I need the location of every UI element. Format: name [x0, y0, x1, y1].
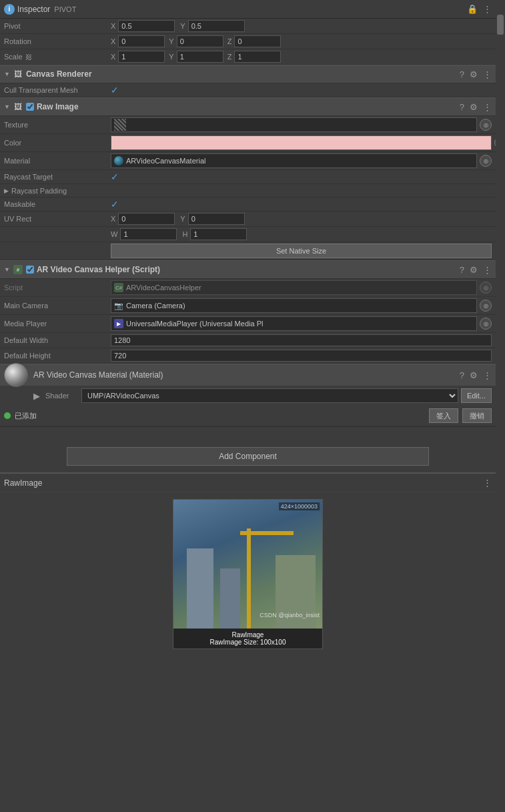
sign-in-btn[interactable]: 签入 — [429, 408, 458, 423]
watermark: CSDN @qianbo_insist — [260, 612, 320, 619]
ar-material-help[interactable]: ? — [460, 371, 464, 380]
ar-video-settings[interactable]: ⚙ — [470, 266, 478, 274]
color-swatch[interactable] — [111, 135, 492, 150]
uv-h-input[interactable] — [190, 228, 247, 240]
raw-image-actions: ? ⚙ ⋮ — [460, 103, 492, 111]
raycast-padding-triangle: ▶ — [4, 187, 9, 194]
uv-y-input[interactable] — [188, 213, 245, 225]
pivot-label: Pivot — [4, 22, 111, 30]
cull-transparent-value: ✓ — [111, 85, 492, 95]
raw-image-icon: 🖼 — [13, 101, 23, 112]
default-width-value — [111, 334, 492, 346]
scale-link-icon: ⛓ — [25, 53, 32, 61]
raycast-padding-row[interactable]: ▶ Raycast Padding — [0, 184, 496, 197]
camera-icon: 📷 — [114, 301, 123, 310]
ar-video-help[interactable]: ? — [460, 266, 464, 274]
canvas-renderer-help[interactable]: ? — [460, 70, 464, 79]
raycast-target-check: ✓ — [111, 171, 119, 182]
shader-select[interactable]: UMP/ARVideoCanvas — [81, 388, 458, 403]
rawimage-more[interactable]: ⋮ — [483, 478, 492, 487]
pivot-y-label: Y — [180, 22, 185, 30]
raw-image-settings[interactable]: ⚙ — [470, 103, 478, 111]
scrollbar-track[interactable] — [496, 0, 505, 812]
canvas-renderer-settings[interactable]: ⚙ — [470, 70, 478, 79]
rotation-row: Rotation X Y Z — [0, 34, 496, 49]
material-picker-btn[interactable]: ◎ — [480, 155, 492, 167]
ar-video-checkbox[interactable] — [26, 266, 34, 274]
inspector-tab[interactable]: PIVOT — [54, 5, 76, 13]
texture-field[interactable] — [111, 117, 477, 132]
rotation-x-input[interactable] — [118, 35, 165, 47]
raw-image-more[interactable]: ⋮ — [483, 103, 492, 111]
status-row: 已添加 签入 撤销 — [0, 406, 496, 426]
script-value: C# ARVideoCanvasHelper ◎ — [111, 280, 492, 295]
rotation-z-input[interactable] — [234, 35, 281, 47]
scrollbar-thumb[interactable] — [497, 15, 504, 35]
more-icon[interactable]: ⋮ — [483, 5, 492, 13]
scale-y-input[interactable] — [177, 51, 223, 63]
ar-material-settings[interactable]: ⚙ — [470, 371, 478, 380]
color-value: ✏ — [111, 135, 492, 150]
uv-wh-group: W H — [111, 228, 247, 240]
scale-label: Scale ⛓ — [4, 53, 111, 61]
ar-video-header[interactable]: ▼ # AR Video Canvas Helper (Script) ? ⚙ … — [0, 260, 496, 279]
pivot-xy-group: X Y — [111, 20, 245, 32]
set-native-size-value: Set Native Size — [111, 244, 492, 258]
shader-edit-btn[interactable]: Edit... — [461, 388, 492, 403]
raw-image-checkbox[interactable] — [26, 103, 34, 111]
default-height-input[interactable] — [111, 350, 492, 362]
ar-material-more[interactable]: ⋮ — [483, 371, 492, 380]
material-field[interactable]: ARVideoCanvasMaterial — [111, 153, 477, 168]
cull-transparent-row: Cull Transparent Mesh ✓ — [0, 83, 496, 97]
media-player-picker-btn[interactable]: ◎ — [480, 318, 492, 330]
cancel-btn[interactable]: 撤销 — [462, 408, 492, 423]
default-width-input[interactable] — [111, 334, 492, 346]
set-native-size-row: Set Native Size — [0, 242, 496, 260]
raw-image-help[interactable]: ? — [460, 103, 464, 111]
script-icon: C# — [114, 283, 123, 292]
uv-x-input[interactable] — [118, 213, 175, 225]
lock-icon[interactable]: 🔒 — [467, 5, 478, 13]
canvas-renderer-more[interactable]: ⋮ — [483, 70, 492, 79]
scale-row: Scale ⛓ X Y Z — [0, 49, 496, 65]
main-camera-row: Main Camera 📷 Camera (Camera) ◎ — [0, 297, 496, 315]
ar-material-name: AR Video Canvas Material (Material) — [33, 370, 460, 380]
add-component-row: Add Component — [0, 440, 496, 472]
rotation-y-input[interactable] — [177, 35, 223, 47]
camera-field[interactable]: 📷 Camera (Camera) — [111, 298, 477, 313]
ar-video-name: AR Video Canvas Helper (Script) — [37, 265, 460, 274]
ar-video-icon: # — [13, 264, 23, 275]
texture-picker-btn[interactable]: ◎ — [480, 119, 492, 131]
scale-z-label: Z — [227, 53, 232, 61]
scale-x-input[interactable] — [118, 51, 165, 63]
ar-video-actions: ? ⚙ ⋮ — [460, 266, 492, 274]
media-player-field[interactable]: ▶ UniversalMediaPlayer (Universal Media … — [111, 316, 477, 331]
pivot-x-input[interactable] — [118, 20, 175, 32]
default-width-label: Default Width — [4, 336, 111, 344]
add-component-button[interactable]: Add Component — [67, 447, 429, 466]
camera-picker-btn[interactable]: ◎ — [480, 300, 492, 312]
media-player-value-text: UniversalMediaPlayer (Universal Media Pl — [126, 320, 263, 328]
material-value-text: ARVideoCanvasMaterial — [126, 157, 205, 165]
uv-rect-label: UV Rect — [4, 215, 111, 223]
set-native-size-button[interactable]: Set Native Size — [111, 244, 492, 258]
uv-w-input[interactable] — [120, 228, 177, 240]
canvas-renderer-header[interactable]: ▼ 🖼 Canvas Renderer ? ⚙ ⋮ — [0, 65, 496, 83]
ar-material-section: AR Video Canvas Material (Material) ? ⚙ … — [0, 364, 496, 427]
raw-image-name: Raw Image — [37, 102, 460, 111]
preview-label1: RawImage — [176, 631, 320, 639]
default-height-value — [111, 350, 492, 362]
ar-video-more[interactable]: ⋮ — [483, 266, 492, 274]
uv-rect-wh-row: W H — [0, 227, 496, 242]
shader-play-btn[interactable]: ▶ — [33, 392, 40, 400]
media-player-icon: ▶ — [114, 319, 123, 328]
texture-value: ◎ — [111, 117, 492, 132]
script-picker-btn[interactable]: ◎ — [480, 282, 492, 294]
script-field[interactable]: C# ARVideoCanvasHelper — [111, 280, 477, 295]
pivot-y-input[interactable] — [188, 20, 245, 32]
maskable-row: Maskable ✓ — [0, 197, 496, 212]
pivot-x-label: X — [111, 22, 115, 30]
media-player-row: Media Player ▶ UniversalMediaPlayer (Uni… — [0, 315, 496, 333]
raw-image-header[interactable]: ▼ 🖼 Raw Image ? ⚙ ⋮ — [0, 97, 496, 116]
scale-z-input[interactable] — [234, 51, 281, 63]
